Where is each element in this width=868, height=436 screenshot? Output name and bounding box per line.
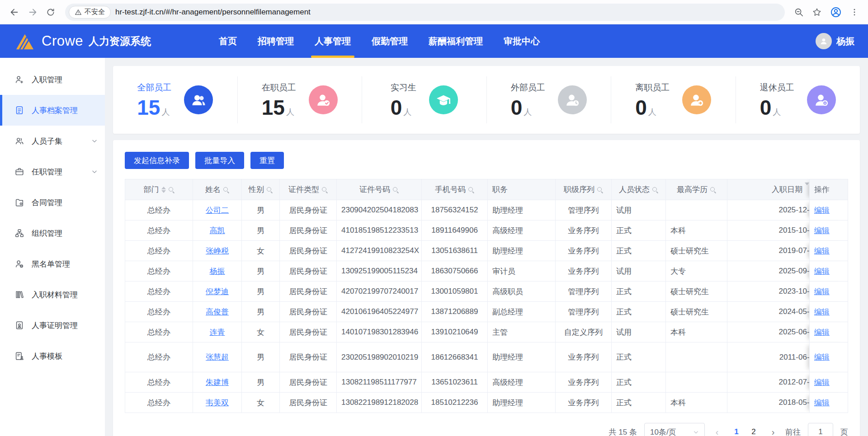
nav-item-4[interactable]: 薪酬福利管理	[429, 24, 483, 58]
employee-name-link[interactable]: 杨振	[210, 267, 225, 276]
column-header-9[interactable]: 最高学历	[666, 179, 727, 200]
sidebar-item-1[interactable]: 人事档案管理	[0, 95, 105, 126]
security-chip[interactable]: 不安全	[69, 6, 111, 19]
sidebar-item-7[interactable]: 入职材料管理	[0, 279, 105, 310]
goto-page-input[interactable]	[808, 423, 833, 436]
cell-position: 助理经理	[488, 241, 556, 261]
cell-education: 硕士研究生	[666, 281, 727, 302]
column-header-8[interactable]: 人员状态	[612, 179, 666, 200]
header-user[interactable]: 杨振	[816, 33, 854, 49]
employee-name-link[interactable]: 高俊普	[206, 308, 229, 316]
search-icon[interactable]	[266, 187, 273, 193]
address-bar[interactable]: 不安全 hr-test.zjf-it.cn/#/hr-anagement/per…	[65, 4, 785, 21]
page-button-1[interactable]: 1	[729, 425, 744, 436]
page-size-select[interactable]: 10条/页	[644, 423, 705, 436]
employee-name-link[interactable]: 张峥税	[206, 247, 229, 255]
browser-refresh-button[interactable]	[42, 4, 59, 20]
sidebar-item-4[interactable]: 合同管理	[0, 187, 105, 218]
cell-dept: 总经办	[125, 281, 193, 302]
edit-link[interactable]: 编辑	[814, 328, 830, 337]
stat-5[interactable]: 退休员工0人	[736, 76, 860, 123]
search-icon[interactable]	[710, 187, 716, 193]
edit-link[interactable]: 编辑	[814, 398, 830, 407]
search-icon[interactable]	[468, 187, 474, 193]
cell-id_type: 居民身份证	[280, 261, 337, 281]
page-button-2[interactable]: 2	[746, 425, 761, 436]
edit-link[interactable]: 编辑	[814, 206, 830, 215]
nav-item-3[interactable]: 假勤管理	[372, 24, 408, 58]
toolbar-button-1[interactable]: 批量导入	[195, 152, 244, 169]
column-header-6[interactable]: 职务	[488, 179, 556, 200]
edit-link[interactable]: 编辑	[814, 287, 830, 296]
nav-item-1[interactable]: 招聘管理	[258, 24, 294, 58]
sort-desc-icon[interactable]	[805, 185, 809, 194]
cell-sequence: 业务序列	[556, 241, 612, 261]
sidebar-item-2[interactable]: 人员子集	[0, 126, 105, 156]
employee-name-link[interactable]: 倪梦迪	[206, 287, 229, 296]
stat-0[interactable]: 全部员工15人	[113, 76, 237, 123]
search-icon[interactable]	[392, 187, 399, 193]
column-label: 证件类型	[288, 184, 319, 195]
column-header-2[interactable]: 性别	[242, 179, 280, 200]
column-label: 部门	[144, 184, 159, 195]
prev-page-button[interactable]: ‹	[712, 427, 722, 436]
sidebar-item-9[interactable]: 人事模板	[0, 341, 105, 371]
edit-link[interactable]: 编辑	[814, 226, 830, 235]
browser-profile-icon[interactable]	[830, 6, 842, 18]
browser-menu-icon[interactable]	[850, 8, 859, 17]
sidebar-item-5[interactable]: 组织管理	[0, 218, 105, 248]
edit-link[interactable]: 编辑	[814, 247, 830, 255]
employee-name-link[interactable]: 朱建博	[206, 378, 229, 387]
employee-name-link[interactable]: 高凯	[210, 226, 225, 235]
column-header-7[interactable]: 职级序列	[556, 179, 612, 200]
cell-education	[666, 200, 727, 220]
employee-name-link[interactable]: 公司二	[206, 206, 229, 215]
column-header-0[interactable]: 部门	[125, 179, 193, 200]
cell-dept: 总经办	[125, 220, 193, 241]
sidebar-item-0[interactable]: 入职管理	[0, 64, 105, 95]
sort-icon[interactable]	[161, 187, 166, 193]
search-icon[interactable]	[652, 187, 658, 193]
cell-phone: 13871206889	[422, 302, 488, 322]
sidebar-item-6[interactable]: 黑名单管理	[0, 248, 105, 279]
sidebar-item-3[interactable]: 任职管理	[0, 156, 105, 187]
briefcase-icon	[14, 167, 24, 177]
nav-item-0[interactable]: 首页	[219, 24, 237, 58]
security-label: 不安全	[85, 8, 105, 16]
bookmark-star-icon[interactable]	[812, 7, 822, 17]
edit-link[interactable]: 编辑	[814, 353, 830, 361]
column-header-4[interactable]: 证件号码	[337, 179, 422, 200]
cell-sequence: 业务序列	[556, 261, 612, 281]
stat-3[interactable]: 外部员工0人	[486, 76, 611, 123]
nav-item-5[interactable]: 审批中心	[504, 24, 540, 58]
browser-back-button[interactable]	[6, 4, 23, 20]
search-icon[interactable]	[223, 187, 229, 193]
search-icon[interactable]	[597, 187, 603, 193]
toolbar-button-2[interactable]: 重置	[250, 152, 284, 169]
stat-2[interactable]: 实习生0人	[362, 76, 486, 123]
nav-item-2[interactable]: 人事管理	[315, 24, 351, 58]
zoom-out-icon[interactable]	[794, 7, 804, 17]
employee-name-link[interactable]: 张慧超	[206, 353, 229, 361]
toolbar-button-0[interactable]: 发起信息补录	[125, 152, 189, 169]
stat-1[interactable]: 在职员工15人	[237, 76, 362, 123]
app-title: 人力资源系统	[89, 34, 151, 48]
cell-id_no: 130821198511177977	[337, 372, 422, 393]
search-icon[interactable]	[168, 187, 175, 193]
edit-link[interactable]: 编辑	[814, 378, 830, 387]
next-page-button[interactable]: ›	[768, 427, 778, 436]
column-header-3[interactable]: 证件类型	[280, 179, 337, 200]
stat-4[interactable]: 离职员工0人	[611, 76, 736, 123]
search-icon[interactable]	[321, 187, 328, 193]
cell-name: 韦美双	[193, 393, 242, 413]
employee-name-link[interactable]: 连青	[210, 328, 225, 337]
sidebar-item-8[interactable]: 人事证明管理	[0, 310, 105, 341]
edit-link[interactable]: 编辑	[814, 267, 830, 276]
edit-link[interactable]: 编辑	[814, 308, 830, 316]
browser-forward-button[interactable]	[24, 4, 41, 20]
cell-position: 助理经理	[488, 200, 556, 220]
employee-name-link[interactable]: 韦美双	[206, 398, 229, 407]
column-header-1[interactable]: 姓名	[193, 179, 242, 200]
column-header-5[interactable]: 手机号码	[422, 179, 488, 200]
column-header-10[interactable]: 入职日期	[727, 179, 816, 200]
